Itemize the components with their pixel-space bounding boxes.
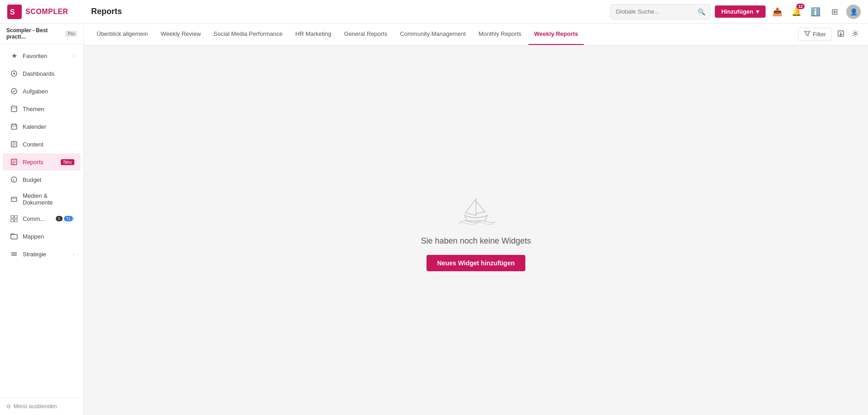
empty-state-message: Sie haben noch keine Widgets [421, 236, 531, 246]
info-button[interactable]: ℹ️ [808, 5, 823, 19]
folders-icon [9, 231, 19, 241]
logo-text: SCOMPLER [25, 8, 68, 16]
avatar[interactable]: 👤 [846, 5, 861, 19]
sidebar-item-reports[interactable]: Reports Neu [3, 153, 81, 171]
sidebar-item-label: Themen [23, 106, 74, 112]
reports-icon [9, 157, 19, 167]
sidebar-item-label: Aufgaben [23, 88, 74, 95]
content-icon [9, 139, 19, 149]
sidebar-item-label: Mappen [23, 233, 74, 240]
themes-icon [9, 104, 19, 114]
notification-button[interactable]: 🔔 12 [789, 5, 804, 19]
calendar-icon [9, 122, 19, 132]
sidebar-item-comm[interactable]: Comm... 0 71 › [3, 210, 81, 227]
sidebar-item-medien[interactable]: Medien & Dokumente [3, 189, 81, 210]
tab-monthly-reports[interactable]: Monthly Reports [473, 24, 527, 45]
chevron-right-icon: › [73, 54, 74, 59]
filter-button[interactable]: Filter [798, 28, 832, 41]
menu-toggle[interactable]: ⊖ Menü ausblenden [6, 403, 77, 410]
sidebar-item-favoriten[interactable]: ★ Favoriten › [3, 47, 81, 64]
chevron-down-icon: ▾ [756, 8, 759, 15]
export-button[interactable] [835, 28, 846, 41]
tab-label: Weekly Review [160, 30, 201, 37]
tab-label: General Reports [344, 30, 387, 37]
sidebar-item-label: Content [23, 141, 74, 148]
sidebar-item-label: Comm... [23, 215, 54, 222]
sidebar-item-label: Budget [23, 176, 74, 183]
settings-button[interactable] [850, 28, 861, 41]
gear-icon [852, 31, 859, 39]
sidebar-item-content[interactable]: Content [3, 136, 81, 153]
grid-button[interactable]: ⊞ [827, 5, 842, 19]
sidebar-item-label: Favoriten [23, 53, 73, 59]
add-widget-button[interactable]: Neues Widget hinzufügen [427, 255, 526, 271]
empty-illustration [456, 189, 496, 227]
empty-state: Sie haben noch keine Widgets Neues Widge… [84, 45, 868, 415]
menu-toggle-label: Menü ausblenden [14, 403, 57, 410]
sidebar-item-themen[interactable]: Themen [3, 100, 81, 117]
layout: Scompler - Best practi... Pro ★ Favorite… [0, 24, 868, 415]
search-icon: 🔍 [698, 8, 705, 15]
tab-general-reports[interactable]: General Reports [339, 24, 393, 45]
add-button-label: Hinzufügen [721, 8, 753, 15]
svg-text:S: S [10, 8, 15, 16]
share-icon-button[interactable]: 📤 [770, 5, 785, 19]
header-right: 🔍 Hinzufügen ▾ 📤 🔔 12 ℹ️ ⊞ 👤 [611, 4, 861, 20]
svg-rect-27 [11, 234, 17, 239]
sidebar-item-dashboards[interactable]: Dashboards [3, 65, 81, 82]
share-icon: 📤 [772, 7, 782, 17]
top-header: S SCOMPLER Reports 🔍 Hinzufügen ▾ 📤 🔔 12… [0, 0, 868, 24]
sidebar: Scompler - Best practi... Pro ★ Favorite… [0, 24, 84, 415]
chevron-right-icon: › [73, 252, 74, 257]
svg-point-32 [854, 32, 857, 34]
add-button[interactable]: Hinzufügen ▾ [715, 5, 766, 18]
circle-minus-icon: ⊖ [6, 403, 11, 410]
sidebar-item-mappen[interactable]: Mappen [3, 228, 81, 245]
tab-label: Überblick allgemein [97, 30, 148, 37]
community-icon [9, 214, 19, 224]
search-box: 🔍 [611, 4, 710, 20]
sidebar-item-aufgaben[interactable]: Aufgaben [3, 83, 81, 100]
media-icon [9, 194, 19, 204]
filter-icon [804, 30, 810, 38]
sub-nav-tabs: Überblick allgemein Weekly Review Social… [91, 24, 798, 45]
sidebar-item-label: Reports [23, 159, 59, 166]
strategy-icon [9, 249, 19, 259]
sidebar-item-label: Strategie [23, 251, 73, 258]
sidebar-item-kalender[interactable]: Kalender [3, 118, 81, 135]
new-badge: Neu [61, 159, 74, 165]
grid-icon: ⊞ [831, 7, 838, 17]
sub-nav-actions: Filter [798, 28, 861, 41]
sidebar-item-label: Kalender [23, 123, 74, 130]
badge-count-blue: 71 [64, 216, 73, 221]
tab-label: HR Marketing [296, 30, 331, 37]
tab-ueberblick[interactable]: Überblick allgemein [91, 24, 153, 45]
svg-text:€: € [13, 178, 15, 182]
sidebar-nav: ★ Favoriten › Dashboards Aufgaben [0, 44, 83, 397]
svg-rect-23 [11, 215, 14, 218]
notification-badge: 12 [796, 4, 805, 9]
scompler-logo-icon: S [7, 5, 22, 19]
tab-weekly-reports[interactable]: Weekly Reports [529, 24, 583, 45]
add-widget-label: Neues Widget hinzufügen [437, 259, 515, 267]
tab-weekly-review[interactable]: Weekly Review [155, 24, 206, 45]
svg-rect-25 [11, 219, 14, 222]
sidebar-item-budget[interactable]: € Budget [3, 171, 81, 188]
tab-community-management[interactable]: Community Management [394, 24, 471, 45]
search-input[interactable] [616, 8, 698, 15]
sidebar-item-strategie[interactable]: Strategie › [3, 245, 81, 263]
logo-area: S SCOMPLER [7, 5, 91, 19]
page-title: Reports [91, 7, 611, 16]
svg-rect-21 [11, 197, 17, 201]
tab-label: Community Management [400, 30, 466, 37]
dashboard-icon [9, 68, 19, 78]
sub-nav: Überblick allgemein Weekly Review Social… [84, 24, 868, 45]
tab-hr-marketing[interactable]: HR Marketing [290, 24, 337, 45]
svg-rect-7 [11, 124, 17, 129]
workspace-item: Scompler - Best practi... Pro [0, 24, 83, 44]
export-icon [837, 31, 844, 39]
tab-social-media[interactable]: Social Media Performance [208, 24, 288, 45]
svg-rect-5 [11, 106, 17, 112]
tasks-icon [9, 86, 19, 96]
budget-icon: € [9, 175, 19, 185]
